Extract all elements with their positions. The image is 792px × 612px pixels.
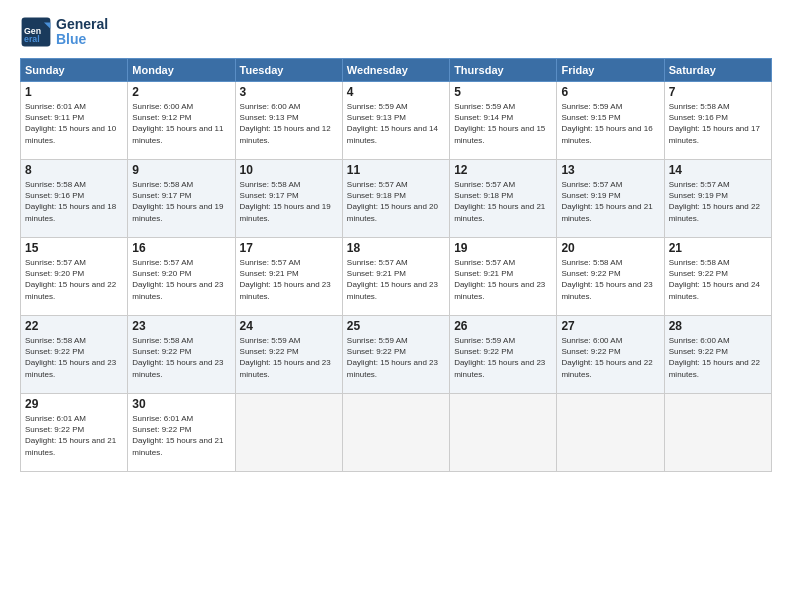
day-number: 15 [25, 241, 123, 255]
day-number: 22 [25, 319, 123, 333]
table-row: 25 Sunrise: 5:59 AM Sunset: 9:22 PM Dayl… [342, 316, 449, 394]
day-number: 26 [454, 319, 552, 333]
day-info: Sunrise: 5:59 AM Sunset: 9:15 PM Dayligh… [561, 101, 659, 146]
table-row: 18 Sunrise: 5:57 AM Sunset: 9:21 PM Dayl… [342, 238, 449, 316]
header-row: Sunday Monday Tuesday Wednesday Thursday… [21, 59, 772, 82]
day-number: 17 [240, 241, 338, 255]
table-row: 15 Sunrise: 5:57 AM Sunset: 9:20 PM Dayl… [21, 238, 128, 316]
day-number: 7 [669, 85, 767, 99]
table-row: 28 Sunrise: 6:00 AM Sunset: 9:22 PM Dayl… [664, 316, 771, 394]
day-info: Sunrise: 6:01 AM Sunset: 9:22 PM Dayligh… [132, 413, 230, 458]
day-number: 9 [132, 163, 230, 177]
table-row: 21 Sunrise: 5:58 AM Sunset: 9:22 PM Dayl… [664, 238, 771, 316]
table-row: 1 Sunrise: 6:01 AM Sunset: 9:11 PM Dayli… [21, 82, 128, 160]
logo-line1: General [56, 17, 108, 32]
day-info: Sunrise: 5:57 AM Sunset: 9:21 PM Dayligh… [347, 257, 445, 302]
day-number: 4 [347, 85, 445, 99]
logo-line2: Blue [56, 32, 108, 47]
day-info: Sunrise: 5:58 AM Sunset: 9:22 PM Dayligh… [669, 257, 767, 302]
day-info: Sunrise: 6:01 AM Sunset: 9:11 PM Dayligh… [25, 101, 123, 146]
day-number: 23 [132, 319, 230, 333]
day-number: 2 [132, 85, 230, 99]
calendar-row: 1 Sunrise: 6:01 AM Sunset: 9:11 PM Dayli… [21, 82, 772, 160]
calendar-row: 15 Sunrise: 5:57 AM Sunset: 9:20 PM Dayl… [21, 238, 772, 316]
empty-cell [342, 394, 449, 472]
empty-cell [664, 394, 771, 472]
day-info: Sunrise: 5:59 AM Sunset: 9:22 PM Dayligh… [347, 335, 445, 380]
day-info: Sunrise: 5:57 AM Sunset: 9:18 PM Dayligh… [347, 179, 445, 224]
logo: Gen eral General Blue [20, 16, 108, 48]
col-sunday: Sunday [21, 59, 128, 82]
day-number: 3 [240, 85, 338, 99]
table-row: 22 Sunrise: 5:58 AM Sunset: 9:22 PM Dayl… [21, 316, 128, 394]
table-row: 2 Sunrise: 6:00 AM Sunset: 9:12 PM Dayli… [128, 82, 235, 160]
day-info: Sunrise: 5:57 AM Sunset: 9:20 PM Dayligh… [25, 257, 123, 302]
day-info: Sunrise: 6:00 AM Sunset: 9:22 PM Dayligh… [561, 335, 659, 380]
day-number: 20 [561, 241, 659, 255]
page-header: Gen eral General Blue [20, 16, 772, 48]
table-row: 23 Sunrise: 5:58 AM Sunset: 9:22 PM Dayl… [128, 316, 235, 394]
table-row: 27 Sunrise: 6:00 AM Sunset: 9:22 PM Dayl… [557, 316, 664, 394]
day-number: 18 [347, 241, 445, 255]
day-info: Sunrise: 5:57 AM Sunset: 9:18 PM Dayligh… [454, 179, 552, 224]
calendar-row: 22 Sunrise: 5:58 AM Sunset: 9:22 PM Dayl… [21, 316, 772, 394]
col-thursday: Thursday [450, 59, 557, 82]
col-friday: Friday [557, 59, 664, 82]
calendar-row: 8 Sunrise: 5:58 AM Sunset: 9:16 PM Dayli… [21, 160, 772, 238]
day-number: 5 [454, 85, 552, 99]
table-row: 10 Sunrise: 5:58 AM Sunset: 9:17 PM Dayl… [235, 160, 342, 238]
day-info: Sunrise: 5:58 AM Sunset: 9:16 PM Dayligh… [25, 179, 123, 224]
day-number: 13 [561, 163, 659, 177]
day-number: 11 [347, 163, 445, 177]
day-info: Sunrise: 5:58 AM Sunset: 9:17 PM Dayligh… [132, 179, 230, 224]
day-number: 12 [454, 163, 552, 177]
table-row: 19 Sunrise: 5:57 AM Sunset: 9:21 PM Dayl… [450, 238, 557, 316]
table-row: 24 Sunrise: 5:59 AM Sunset: 9:22 PM Dayl… [235, 316, 342, 394]
col-tuesday: Tuesday [235, 59, 342, 82]
day-info: Sunrise: 5:59 AM Sunset: 9:22 PM Dayligh… [240, 335, 338, 380]
day-info: Sunrise: 5:59 AM Sunset: 9:14 PM Dayligh… [454, 101, 552, 146]
day-number: 10 [240, 163, 338, 177]
table-row: 20 Sunrise: 5:58 AM Sunset: 9:22 PM Dayl… [557, 238, 664, 316]
day-info: Sunrise: 5:58 AM Sunset: 9:22 PM Dayligh… [25, 335, 123, 380]
table-row: 6 Sunrise: 5:59 AM Sunset: 9:15 PM Dayli… [557, 82, 664, 160]
day-info: Sunrise: 6:01 AM Sunset: 9:22 PM Dayligh… [25, 413, 123, 458]
table-row: 16 Sunrise: 5:57 AM Sunset: 9:20 PM Dayl… [128, 238, 235, 316]
day-info: Sunrise: 6:00 AM Sunset: 9:13 PM Dayligh… [240, 101, 338, 146]
day-info: Sunrise: 5:57 AM Sunset: 9:21 PM Dayligh… [454, 257, 552, 302]
empty-cell [450, 394, 557, 472]
day-number: 8 [25, 163, 123, 177]
day-number: 1 [25, 85, 123, 99]
day-info: Sunrise: 6:00 AM Sunset: 9:12 PM Dayligh… [132, 101, 230, 146]
day-info: Sunrise: 5:59 AM Sunset: 9:22 PM Dayligh… [454, 335, 552, 380]
table-row: 5 Sunrise: 5:59 AM Sunset: 9:14 PM Dayli… [450, 82, 557, 160]
day-number: 28 [669, 319, 767, 333]
table-row: 14 Sunrise: 5:57 AM Sunset: 9:19 PM Dayl… [664, 160, 771, 238]
empty-cell [557, 394, 664, 472]
col-monday: Monday [128, 59, 235, 82]
calendar-row: 29 Sunrise: 6:01 AM Sunset: 9:22 PM Dayl… [21, 394, 772, 472]
table-row: 9 Sunrise: 5:58 AM Sunset: 9:17 PM Dayli… [128, 160, 235, 238]
day-number: 25 [347, 319, 445, 333]
day-info: Sunrise: 5:59 AM Sunset: 9:13 PM Dayligh… [347, 101, 445, 146]
day-info: Sunrise: 5:57 AM Sunset: 9:19 PM Dayligh… [669, 179, 767, 224]
table-row: 3 Sunrise: 6:00 AM Sunset: 9:13 PM Dayli… [235, 82, 342, 160]
table-row: 17 Sunrise: 5:57 AM Sunset: 9:21 PM Dayl… [235, 238, 342, 316]
day-number: 6 [561, 85, 659, 99]
day-number: 30 [132, 397, 230, 411]
day-number: 21 [669, 241, 767, 255]
table-row: 7 Sunrise: 5:58 AM Sunset: 9:16 PM Dayli… [664, 82, 771, 160]
calendar-table: Sunday Monday Tuesday Wednesday Thursday… [20, 58, 772, 472]
empty-cell [235, 394, 342, 472]
day-number: 27 [561, 319, 659, 333]
day-info: Sunrise: 5:58 AM Sunset: 9:22 PM Dayligh… [132, 335, 230, 380]
day-info: Sunrise: 5:57 AM Sunset: 9:19 PM Dayligh… [561, 179, 659, 224]
day-number: 16 [132, 241, 230, 255]
day-info: Sunrise: 5:57 AM Sunset: 9:20 PM Dayligh… [132, 257, 230, 302]
table-row: 11 Sunrise: 5:57 AM Sunset: 9:18 PM Dayl… [342, 160, 449, 238]
table-row: 12 Sunrise: 5:57 AM Sunset: 9:18 PM Dayl… [450, 160, 557, 238]
day-info: Sunrise: 5:58 AM Sunset: 9:22 PM Dayligh… [561, 257, 659, 302]
svg-text:eral: eral [24, 34, 40, 44]
day-info: Sunrise: 6:00 AM Sunset: 9:22 PM Dayligh… [669, 335, 767, 380]
table-row: 29 Sunrise: 6:01 AM Sunset: 9:22 PM Dayl… [21, 394, 128, 472]
